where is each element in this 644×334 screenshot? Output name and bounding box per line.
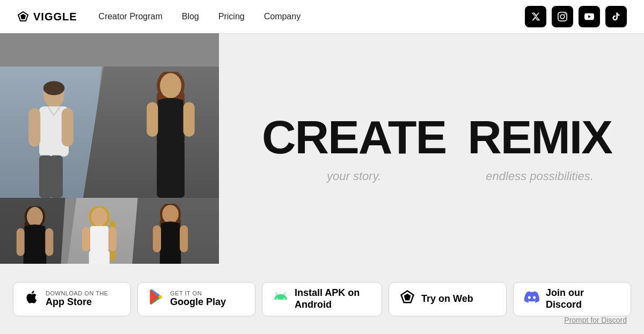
app-store-button[interactable]: Download on the App Store (13, 282, 131, 316)
google-play-icon (149, 290, 164, 308)
viggle-web-icon (400, 290, 415, 308)
youtube-button[interactable] (579, 6, 600, 27)
discord-big-text: Join our Discord (546, 287, 620, 310)
google-play-button[interactable]: GET IT ON Google Play (137, 282, 255, 316)
instagram-icon (558, 12, 567, 21)
cta-strip: Download on the App Store GET IT ON Goog… (0, 264, 644, 334)
company-link[interactable]: Company (264, 12, 301, 21)
install-apk-button[interactable]: Install APK on Android (262, 282, 382, 316)
try-web-text: Try on Web (421, 293, 473, 305)
pricing-link[interactable]: Pricing (218, 12, 245, 21)
svg-rect-20 (45, 228, 53, 256)
hero-text-section: CREATE your story. REMIX endless possibi… (219, 95, 644, 202)
google-play-text: GET IT ON Google Play (170, 290, 226, 308)
svg-rect-29 (108, 227, 116, 251)
navbar: VIGGLE Creator Program Blog Pricing Comp… (0, 0, 644, 33)
creator-program-link[interactable]: Creator Program (99, 12, 163, 21)
nav-social-icons (525, 6, 627, 27)
svg-rect-38 (180, 225, 188, 252)
svg-rect-5 (28, 108, 40, 146)
svg-point-3 (43, 81, 65, 95)
viggle-logo-icon (17, 11, 29, 23)
discord-icon (524, 290, 539, 308)
logo-text: VIGGLE (33, 11, 77, 23)
create-heading: CREATE (262, 114, 446, 161)
female-figure-top-silhouette (128, 72, 214, 198)
svg-rect-15 (157, 140, 185, 198)
hero-content: CREATE your story. REMIX endless possibi… (219, 33, 644, 264)
svg-marker-43 (404, 294, 411, 301)
try-web-button[interactable]: Try on Web (389, 282, 507, 316)
remix-subheading: endless possibilities. (467, 169, 612, 183)
app-store-small-text: Download on the (46, 290, 108, 296)
male-figure-silhouette (11, 80, 91, 198)
remix-heading: REMIX (467, 114, 612, 161)
svg-rect-14 (184, 102, 195, 137)
install-apk-text: Install APK on Android (295, 287, 371, 310)
blog-link[interactable]: Blog (182, 12, 199, 21)
apple-icon (24, 290, 39, 308)
android-icon (273, 290, 288, 308)
install-apk-big-text: Install APK on Android (295, 287, 371, 310)
create-subheading: your story. (262, 169, 446, 183)
svg-point-26 (91, 207, 107, 226)
youtube-icon (584, 12, 594, 21)
google-play-small-text: GET IT ON (170, 290, 202, 296)
svg-rect-27 (90, 226, 108, 251)
discord-button[interactable]: Join our Discord (513, 282, 631, 316)
prompt-for-discord-link[interactable]: Prompt for Discord (564, 316, 627, 324)
try-web-big-text: Try on Web (421, 293, 473, 305)
logo[interactable]: VIGGLE (17, 11, 77, 23)
discord-text: Join our Discord (546, 287, 620, 310)
tiktok-icon (611, 12, 621, 21)
instagram-button[interactable] (552, 6, 573, 27)
tiktok-button[interactable] (605, 6, 627, 27)
svg-point-18 (27, 207, 43, 226)
svg-point-36 (162, 205, 179, 224)
hero-remix-section: REMIX endless possibilities. (467, 114, 612, 183)
svg-rect-37 (153, 225, 161, 252)
app-store-text: Download on the App Store (46, 290, 108, 308)
hero-create-section: CREATE your story. (262, 114, 446, 183)
app-store-big-text: App Store (46, 296, 92, 308)
image-cell-top-right (83, 66, 219, 198)
twitter-x-button[interactable] (525, 6, 546, 27)
google-play-big-text: Google Play (170, 296, 226, 308)
svg-marker-1 (20, 14, 26, 19)
svg-rect-19 (17, 228, 25, 256)
nav-links: Creator Program Blog Pricing Company (99, 12, 525, 21)
svg-rect-6 (62, 108, 74, 146)
svg-point-12 (160, 73, 181, 98)
svg-rect-13 (147, 102, 158, 137)
x-icon (531, 12, 540, 21)
svg-rect-8 (50, 155, 63, 198)
svg-rect-28 (82, 227, 90, 251)
